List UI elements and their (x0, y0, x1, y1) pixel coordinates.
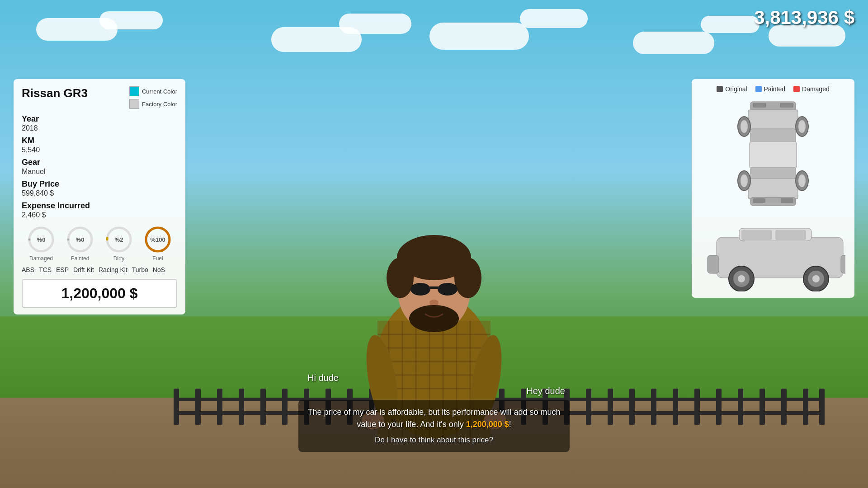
current-color-label: Current Color (142, 88, 177, 95)
car-name: Rissan GR3 (22, 86, 88, 100)
gear-label: Gear (22, 158, 177, 167)
svg-point-56 (409, 305, 459, 332)
dialogue-main-text: The price of my car is affordable, but i… (308, 408, 561, 429)
km-label: KM (22, 136, 177, 145)
gauge-circle-dirty: %2 (105, 225, 133, 253)
gauge-label-dirty: Dirty (113, 255, 125, 262)
cloud-5 (429, 23, 529, 50)
car-diagram-panel: Original Painted Damaged (692, 79, 854, 298)
svg-rect-98 (708, 255, 719, 273)
legend-original: Original (717, 85, 747, 93)
svg-rect-73 (750, 129, 796, 142)
sell-price-button[interactable]: 1,200,000 $ (22, 279, 177, 308)
legend-painted: Painted (755, 85, 785, 93)
player-dialogue: Hi dude (298, 373, 570, 383)
svg-rect-6 (260, 389, 266, 425)
svg-rect-70 (753, 103, 766, 108)
svg-rect-99 (841, 255, 845, 273)
gauge-circle-damaged: %0 (27, 225, 55, 253)
gauge-text-painted: %0 (76, 236, 85, 243)
svg-point-87 (798, 174, 806, 187)
gauge-dirty: %2 Dirty (105, 225, 133, 262)
gauge-text-damaged: %0 (37, 236, 46, 243)
svg-rect-28 (738, 389, 743, 425)
svg-rect-32 (819, 389, 825, 425)
svg-rect-26 (694, 389, 700, 425)
gauge-text-fuel: %100 (150, 236, 165, 243)
gauge-label-painted: Painted (71, 255, 90, 262)
svg-point-85 (741, 174, 748, 187)
year-label: Year (22, 114, 177, 124)
gauge-painted: %0 Painted (66, 225, 94, 262)
factory-color-row: Factory Color (129, 99, 177, 109)
car-info-panel: Rissan GR3 Current Color Factory Color Y… (14, 79, 185, 314)
current-color-row: Current Color (129, 86, 177, 96)
car-diagram (698, 97, 848, 291)
car-title-row: Rissan GR3 Current Color Factory Color (22, 86, 177, 109)
svg-point-94 (738, 275, 745, 282)
svg-rect-2 (174, 389, 179, 425)
svg-point-53 (438, 283, 458, 296)
expense-value: 2,460 $ (22, 211, 177, 219)
diagram-legend: Original Painted Damaged (698, 85, 848, 93)
factory-color-swatch (129, 99, 139, 109)
gauge-fuel: %100 Fuel (144, 225, 172, 262)
svg-rect-72 (748, 110, 798, 130)
legend-dot-original (717, 86, 723, 92)
svg-rect-21 (586, 389, 591, 425)
year-value: 2018 (22, 124, 177, 132)
gauge-circle-painted: %0 (66, 225, 94, 253)
svg-point-55 (429, 300, 439, 306)
legend-label-original: Original (725, 85, 747, 93)
gear-value: Manuel (22, 168, 177, 176)
svg-rect-79 (781, 198, 793, 203)
feature-esp: ESP (56, 266, 69, 273)
feature-turbo: Turbo (132, 266, 148, 273)
svg-rect-5 (239, 389, 244, 425)
legend-damaged: Damaged (793, 85, 830, 93)
feature-drift-kit: Drift Kit (73, 266, 94, 273)
dialogue-price-highlight: 1,200,000 $ (466, 420, 509, 429)
cloud-7 (633, 32, 714, 54)
feature-abs: ABS (22, 266, 34, 273)
svg-rect-74 (750, 141, 797, 169)
legend-label-painted: Painted (764, 85, 785, 93)
cloud-4 (339, 14, 411, 34)
dialogue-box: Hi dude Hey dude The price of my car is … (298, 373, 570, 452)
gauge-label-fuel: Fuel (152, 255, 163, 262)
money-display: 3,813,936 $ (754, 7, 854, 28)
svg-rect-4 (217, 389, 222, 425)
legend-dot-painted (755, 86, 762, 92)
svg-rect-91 (775, 230, 806, 240)
buy-price-value: 599,840 $ (22, 189, 177, 197)
dialogue-price-suffix: ! (509, 420, 511, 429)
cloud-2 (99, 11, 163, 29)
svg-rect-76 (748, 178, 798, 199)
svg-rect-75 (750, 167, 796, 180)
current-color-swatch (129, 86, 139, 96)
gauge-text-dirty: %2 (115, 236, 123, 243)
svg-rect-23 (629, 389, 635, 425)
feature-nos: NoS (153, 266, 165, 273)
svg-rect-31 (803, 389, 808, 425)
factory-color-label: Factory Color (142, 101, 177, 108)
expense-label: Expense Incurred (22, 201, 177, 211)
legend-label-damaged: Damaged (802, 85, 830, 93)
svg-rect-29 (760, 389, 765, 425)
svg-rect-3 (195, 389, 201, 425)
svg-point-81 (741, 120, 748, 133)
gauge-circle-fuel: %100 (144, 225, 172, 253)
dialogue-question: Do I have to think about this price? (307, 434, 561, 446)
cloud-6 (520, 9, 588, 28)
svg-point-52 (410, 283, 430, 296)
svg-rect-71 (780, 103, 793, 108)
svg-rect-90 (741, 230, 772, 240)
dialogue-main-box: The price of my car is affordable, but i… (298, 400, 570, 452)
svg-rect-30 (781, 389, 787, 425)
gauge-label-damaged: Damaged (29, 255, 53, 262)
svg-point-50 (387, 258, 414, 298)
svg-rect-78 (753, 198, 765, 203)
km-value: 5,540 (22, 146, 177, 154)
svg-rect-54 (429, 286, 439, 289)
svg-point-83 (798, 120, 806, 133)
